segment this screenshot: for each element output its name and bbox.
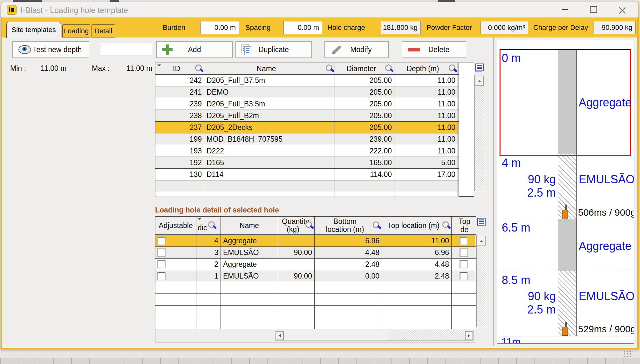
minimize-icon [562,9,568,10]
detail-table-scrollbar[interactable] [476,235,486,327]
table-menu-icon[interactable] [477,218,486,226]
table-row[interactable]: 242D205_Full_B7.5m205.0011.00 [155,75,459,86]
detail-row-empty[interactable] [155,306,476,317]
table-row-selected[interactable]: 237D205_2Decks205.0011.00 [155,122,459,133]
sort-icon[interactable] [198,218,201,222]
deck4-material-label: EMULSÃO [579,290,634,303]
deck2-material-label: EMULSÃO [579,173,634,186]
table-row[interactable]: 199MOD_B1848H_707595239.0011.00 [155,133,459,145]
scroll-track[interactable] [477,246,486,327]
col-header-depth[interactable]: Depth (m) [394,63,458,74]
charge-per-delay-label: Charge per Delay [533,24,588,32]
col-header-id[interactable]: ID [155,63,204,74]
adjustable-checkbox[interactable] [158,260,165,268]
filter-depth-icon[interactable] [448,64,457,73]
table-row[interactable]: 239D205_Full_B3.5m205.0011.00 [155,98,459,110]
tab-loading[interactable]: Loading [62,24,90,37]
top-de-checkbox[interactable] [460,272,467,280]
plus-icon [162,44,173,55]
scroll-up-button[interactable] [477,236,486,246]
panel-divider [493,37,494,346]
table-row[interactable]: 130D114114.0017.00 [155,169,459,180]
adjustable-checkbox[interactable] [158,249,165,256]
eye-icon [18,45,31,54]
duplicate-label: Duplicate [258,45,289,54]
table-row-empty[interactable] [155,180,459,192]
col-header-top-location[interactable]: Top location (m) [382,217,452,234]
filter-name-icon[interactable] [325,64,334,73]
duplicate-icon [242,44,251,55]
sort-icon[interactable] [157,64,161,68]
min-label: Min : [10,64,26,73]
maximize-button[interactable] [583,2,604,17]
templates-table-scrollbar[interactable] [474,75,484,191]
deck-mid-aggregate [558,219,576,271]
powder-factor-value: 0.000 kg/m³ [480,21,528,34]
close-icon [619,6,625,13]
filter-bottom-icon[interactable] [372,221,381,230]
table-row[interactable]: 241DEMO205.0011.00 [155,86,459,98]
col-header-adjustable[interactable]: Adjustable [155,217,196,234]
add-button[interactable]: Add [156,41,233,58]
max-value: 11.00 m [126,64,152,73]
detail-row-empty[interactable] [155,317,476,329]
filter-dic-icon[interactable] [208,221,216,230]
depth-input[interactable] [101,42,152,56]
detail-row[interactable]: 3EMULSÃO 90.004.48 6.96 [155,247,476,259]
col-header-top-de[interactable]: Top de [452,217,475,234]
detail-horizontal-scrollbar[interactable] [275,331,473,340]
filter-top-icon[interactable] [442,221,450,230]
detail-row-empty[interactable] [155,282,476,294]
table-row[interactable]: 238D205_Full_B2m205.0011.00 [155,110,459,122]
spacing-field[interactable]: 0.00 m [283,21,322,34]
close-button[interactable] [612,2,632,17]
table-row[interactable]: 193D222222.0011.00 [155,145,459,157]
top-de-checkbox[interactable] [460,260,467,268]
minus-icon [408,48,420,51]
modify-button[interactable]: Modify [324,41,389,58]
depth-mark-11m: 11m [501,336,521,344]
filter-id-icon[interactable] [195,64,203,73]
table-row[interactable]: 192D165165.005.00 [155,157,459,169]
scroll-thumb[interactable] [283,331,388,340]
top-de-checkbox[interactable] [460,249,467,256]
table-menu-icon[interactable] [475,64,484,71]
detail-row-selected[interactable]: 4Aggregate 6.96 11.00 [155,235,476,247]
detail-row-empty[interactable] [155,294,476,306]
col-header-name[interactable]: Name [204,63,335,74]
minimize-button[interactable] [555,2,575,17]
col-header-dic[interactable]: dic [196,217,221,234]
burden-label: Burden [163,24,185,32]
filter-quantity-icon[interactable] [305,221,313,230]
table-row-empty[interactable] [155,192,459,197]
window-title: I-Blast - Loading hole template [20,6,128,15]
tab-site-templates[interactable]: Site templates [6,22,61,38]
top-de-checkbox[interactable] [460,237,467,245]
burden-field[interactable]: 0.00 m [200,21,239,34]
duplicate-button[interactable]: Duplicate [235,41,312,58]
depth-mark-4m: 4 m [502,156,521,170]
detonator-icon [561,322,570,336]
col-header-diameter[interactable]: Diameter [335,63,394,74]
adjustable-checkbox[interactable] [158,237,165,245]
scroll-up-button[interactable] [475,76,484,86]
scroll-left-button[interactable] [276,331,283,340]
hole-charge-value: 181.800 kg [381,21,421,34]
detail-row[interactable]: 2Aggregate 2.48 4.48 [155,259,476,270]
deck1-material-label: Aggregate [579,96,631,109]
adjustable-checkbox[interactable] [158,272,165,280]
maximize-icon [590,6,597,13]
scroll-track[interactable] [475,86,484,191]
delete-button[interactable]: Delete [402,41,466,58]
col-header-detail-name[interactable]: Name [221,217,278,234]
filter-diameter-icon[interactable] [385,64,393,73]
scroll-right-button[interactable] [465,331,473,340]
col-header-bottom-location[interactable]: Bottom location (m) [315,217,382,234]
col-header-quantity[interactable]: Quantity (kg) [278,217,315,234]
scroll-track[interactable] [388,331,466,340]
powder-factor-label: Powder Factor [426,24,472,32]
deck2-length-label: 2.5 m [516,186,556,199]
tab-detail[interactable]: Detail [92,24,115,37]
test-new-depth-button[interactable]: Test new depth [12,41,89,58]
detail-row[interactable]: 1EMULSÃO 90.000.00 2.48 [155,270,476,282]
